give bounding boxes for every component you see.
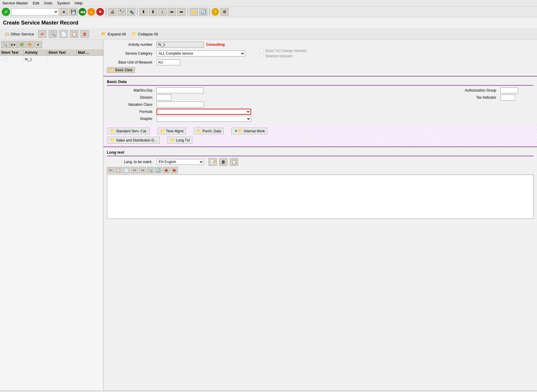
graphic-label: Graphic bbox=[107, 117, 154, 121]
lang-copy-button[interactable]: 📋 bbox=[230, 158, 238, 166]
time-mgmt-tab[interactable]: 📁 Time Mgmt bbox=[157, 128, 186, 134]
expand-all-button[interactable]: 📂 Expand All bbox=[100, 31, 127, 37]
text-undo-button[interactable]: ↩ bbox=[131, 167, 138, 173]
menu-help[interactable]: Help bbox=[75, 1, 83, 5]
refresh-button[interactable]: 🔄 bbox=[199, 8, 207, 16]
service-category-select[interactable]: ALL Complete service Standard Service Ti… bbox=[157, 51, 245, 56]
expand-all-label: Expand All bbox=[108, 32, 126, 36]
valuation-class-label: Valuation Class bbox=[107, 103, 154, 107]
folder-icon-6: 📁 bbox=[170, 138, 175, 142]
valuation-class-input[interactable] bbox=[157, 102, 204, 108]
activity-number-input[interactable] bbox=[157, 42, 204, 48]
other-service-icon: 🗂 bbox=[5, 31, 9, 37]
settings-button[interactable]: ⚙ bbox=[220, 8, 229, 16]
scroll-right-button[interactable]: ➡ bbox=[177, 8, 185, 16]
other-service-label: Other Service bbox=[11, 32, 34, 36]
long-txt-tab[interactable]: 📁 Long Txt bbox=[167, 137, 192, 144]
tree-hier-button[interactable]: 🌿 bbox=[18, 41, 25, 48]
tab-buttons-container: 📁 Standard Serv. Cat. 📁 Time Mgmt 📁 Purc… bbox=[107, 127, 533, 135]
formula-select[interactable] bbox=[157, 109, 251, 115]
tree-find-button[interactable]: 🔍 bbox=[1, 41, 9, 48]
find-button[interactable]: 🔭 bbox=[118, 8, 126, 16]
tree-view-button[interactable]: ⊞▼ bbox=[9, 41, 17, 48]
division-input[interactable] bbox=[157, 95, 171, 100]
text-paste-button[interactable]: 📄 bbox=[123, 167, 130, 173]
auth-group-input[interactable] bbox=[500, 87, 518, 93]
basic-data-tab-container: 📁 Basic Data bbox=[107, 67, 533, 74]
print-button[interactable]: 🖨 bbox=[108, 8, 116, 16]
lang-delete-button[interactable]: 🗑 bbox=[219, 158, 227, 166]
tree-cell-icon: ·📄 bbox=[0, 56, 24, 62]
basic-data-tab[interactable]: 📁 Basic Data bbox=[107, 67, 135, 73]
scroll-left-button[interactable]: ⬅ bbox=[168, 8, 176, 16]
find-next-button[interactable]: 🔦 bbox=[127, 8, 135, 16]
other-service-button[interactable]: 🗂 Other Service bbox=[3, 31, 36, 37]
internal-work-label: Internal Work bbox=[244, 129, 265, 133]
folder-icon-3: 📁 bbox=[196, 129, 201, 133]
collapse-all-button[interactable]: 📁 Collapse All bbox=[130, 31, 160, 37]
lang-select[interactable]: EN English DE German FR French bbox=[157, 159, 204, 165]
long-txt-label: Long Txt bbox=[176, 138, 190, 142]
purch-data-label: Purch. Data bbox=[202, 129, 221, 133]
save-button[interactable]: 💾 bbox=[69, 8, 77, 16]
tree-color-button[interactable]: 🎨 bbox=[26, 41, 34, 48]
text-find-button[interactable]: 🔍 bbox=[147, 167, 154, 173]
folder-icon-5: 📁 bbox=[110, 138, 115, 142]
bookmark-button[interactable]: ⭐ bbox=[190, 8, 198, 16]
deletion-indicator-checkbox[interactable] bbox=[259, 54, 263, 58]
graphic-row: Graphic bbox=[107, 116, 439, 122]
tree-cell-matl bbox=[77, 59, 103, 60]
left-panel: 🔍 ⊞▼ 🌿 🎨 ▼ Short Text Activity Short Tex… bbox=[0, 40, 103, 391]
mat-srv-grp-input[interactable] bbox=[157, 87, 204, 93]
navigation-dropdown[interactable] bbox=[11, 8, 58, 15]
base-uom-input[interactable] bbox=[157, 59, 180, 65]
text-cut-button[interactable]: ✂ bbox=[107, 167, 114, 173]
back-button[interactable]: « bbox=[60, 8, 68, 16]
folder-icon-1: 📁 bbox=[110, 129, 115, 133]
standard-serv-cat-tab[interactable]: 📁 Standard Serv. Cat. bbox=[108, 128, 150, 134]
formula-label: Formula bbox=[107, 110, 154, 114]
sales-dist-tab[interactable]: 📁 Sales and Distribution D... bbox=[108, 137, 160, 144]
main-layout: 🔍 ⊞▼ 🌿 🎨 ▼ Short Text Activity Short Tex… bbox=[0, 40, 537, 391]
folder-icon-4: ▼📁 bbox=[234, 129, 243, 133]
scroll-up-button[interactable]: ⬆ bbox=[139, 8, 148, 16]
text-copy-button[interactable]: 📋 bbox=[115, 167, 122, 173]
swap-button[interactable]: ⇄ bbox=[38, 30, 46, 38]
short-txt-change-checkbox[interactable] bbox=[259, 49, 263, 53]
top-form-section: Activity number Consulting Service Categ… bbox=[103, 40, 537, 76]
mat-srv-grp-row: Mat/Srv.Grp bbox=[107, 87, 439, 93]
long-text-textarea[interactable] bbox=[107, 175, 533, 219]
search-action-button[interactable]: 🔍 bbox=[49, 30, 57, 38]
scroll-vert-button[interactable]: ↕ bbox=[158, 8, 167, 16]
copy-item-button[interactable]: 📋 bbox=[70, 30, 78, 38]
scroll-down-button[interactable]: ⬇ bbox=[149, 8, 157, 16]
purch-data-tab[interactable]: 📁 Purch. Data bbox=[194, 128, 224, 134]
menu-goto[interactable]: Goto bbox=[44, 1, 52, 5]
basic-data-tab-icon: 📁 bbox=[110, 68, 114, 72]
text-replace-button[interactable]: 🔄 bbox=[155, 167, 162, 173]
tree-more-button[interactable]: ▼ bbox=[34, 41, 42, 48]
confirm-button[interactable]: ✓ bbox=[2, 8, 10, 16]
lang-edit-button[interactable]: 📝 bbox=[209, 158, 217, 166]
delete-item-button[interactable]: 🗑 bbox=[81, 30, 89, 38]
tax-indicator-input[interactable] bbox=[500, 95, 515, 100]
nav-first-button[interactable]: ◀◀ bbox=[79, 8, 86, 16]
graphic-select[interactable] bbox=[157, 116, 251, 122]
text-export-button[interactable]: 📤 bbox=[171, 167, 178, 173]
text-import-button[interactable]: 📥 bbox=[163, 167, 170, 173]
text-redo-button[interactable]: ↪ bbox=[139, 167, 146, 173]
tree-cell-short-text bbox=[47, 59, 77, 60]
menu-system[interactable]: System bbox=[57, 1, 70, 5]
tab-buttons-row2: 📁 Sales and Distribution D... 📁 Long Txt bbox=[107, 136, 533, 144]
nav-prev-button[interactable]: ▲ bbox=[87, 8, 95, 16]
base-uom-row: Base Unit of Measure bbox=[107, 59, 533, 65]
menu-edit[interactable]: Edit bbox=[33, 1, 39, 5]
tree-row[interactable]: ·📄 %_1 bbox=[0, 56, 103, 63]
division-row: Division bbox=[107, 95, 439, 100]
help-button[interactable]: ? bbox=[211, 8, 219, 16]
cancel-button[interactable]: ✖ bbox=[96, 8, 104, 16]
internal-work-tab[interactable]: ▼📁 Internal Work bbox=[231, 128, 267, 134]
basic-data-fields: Mat/Srv.Grp Division Valuation Class For… bbox=[107, 87, 533, 123]
new-item-button[interactable]: 📄 bbox=[59, 30, 68, 38]
menu-service-master[interactable]: Service Master bbox=[2, 1, 28, 5]
